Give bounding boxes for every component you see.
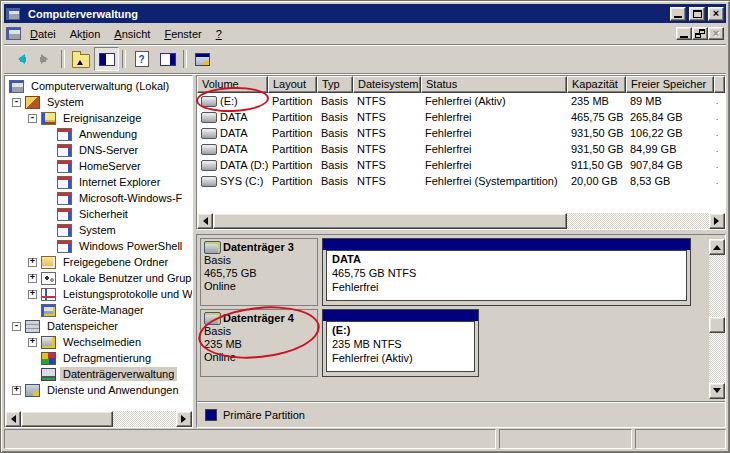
tree-item[interactable]: DNS-Server (5, 142, 192, 158)
tree-item-label: Lokale Benutzer und Grup (60, 271, 193, 285)
scroll-left-button[interactable] (197, 213, 213, 229)
disk-vertical-scrollbar[interactable] (709, 239, 725, 399)
tree-indent (9, 230, 57, 231)
scroll-down-button[interactable] (709, 383, 725, 399)
menu-item[interactable]: ? (209, 26, 229, 42)
menu-item[interactable]: Datei (23, 26, 63, 42)
column-header-volume[interactable]: Volume (197, 76, 268, 93)
column-header-layout[interactable]: Layout (268, 76, 317, 93)
disk-info-box[interactable]: Datenträger 4 Basis 235 MB Online (200, 309, 318, 377)
scroll-thumb[interactable] (709, 317, 725, 333)
volume-row[interactable]: SYS (C:) Partition Basis NTFS Fehlerfrei… (197, 173, 725, 189)
drive-icon (201, 144, 217, 155)
disk-graphical-pane: Datenträger 3 Basis 465,75 GB Online DAT… (196, 234, 726, 428)
close-button[interactable]: × (708, 7, 724, 21)
tree-item[interactable]: + Dienste und Anwendungen (5, 382, 192, 398)
minimize-button[interactable] (670, 7, 686, 21)
drive-icon (201, 160, 217, 171)
tree-item[interactable]: Anwendung (5, 126, 192, 142)
scroll-right-button[interactable] (709, 213, 725, 229)
tree-item[interactable]: Defragmentierung (5, 350, 192, 366)
disk-info-box[interactable]: Datenträger 3 Basis 465,75 GB Online (200, 238, 318, 306)
scroll-thumb[interactable] (213, 213, 567, 229)
tree-item-icon (41, 256, 56, 269)
scroll-thumb[interactable] (21, 411, 113, 427)
freier-speicher-cell: 89 MB (626, 95, 714, 107)
expand-toggle[interactable]: - (28, 114, 37, 123)
menu-item[interactable]: Aktion (63, 26, 108, 42)
drive-icon (201, 128, 217, 139)
tree-item[interactable]: + Leistungsprotokolle und W (5, 286, 192, 302)
tree-item-icon (41, 272, 56, 285)
forward-button[interactable] (33, 47, 58, 71)
tree-indent (9, 166, 57, 167)
tree-indent (9, 294, 28, 295)
partition-box[interactable]: DATA 465,75 GB NTFS Fehlerfrei (322, 238, 691, 306)
tree-item[interactable]: + Lokale Benutzer und Grup (5, 270, 192, 286)
volume-row[interactable]: (E:) Partition Basis NTFS Fehlerfrei (Ak… (197, 93, 725, 109)
title-bar[interactable]: Computerverwaltung × (4, 4, 726, 23)
scroll-up-button[interactable] (709, 239, 725, 255)
back-button[interactable] (7, 47, 32, 71)
list-horizontal-scrollbar[interactable] (197, 213, 725, 229)
tree-item-label: Sicherheit (76, 207, 131, 221)
tree-item[interactable]: Windows PowerShell (5, 238, 192, 254)
tree-indent (9, 134, 57, 135)
typ-cell: Basis (317, 143, 353, 155)
tree-horizontal-scrollbar[interactable] (5, 411, 192, 427)
menu-item[interactable]: Fenster (157, 26, 208, 42)
tree-item-label: Datenspeicher (44, 319, 121, 333)
volume-row[interactable]: DATA (D:) Partition Basis NTFS Fehlerfre… (197, 157, 725, 173)
column-header-clipped[interactable] (714, 76, 725, 93)
mdi-close-button-disabled[interactable]: × (708, 27, 724, 40)
show-action-pane-button[interactable] (155, 47, 180, 71)
show-console-tree-button[interactable] (94, 47, 119, 71)
column-header-freier-speicher[interactable]: Freier Speicher (626, 76, 714, 93)
tree-item[interactable]: - Ereignisanzeige (5, 110, 192, 126)
disk-size: 235 MB (204, 338, 317, 351)
expand-toggle[interactable]: + (28, 338, 37, 347)
column-header-status[interactable]: Status (421, 76, 567, 93)
up-one-level-button[interactable] (68, 47, 93, 71)
tree-item[interactable]: Internet Explorer (5, 174, 192, 190)
tree-item[interactable]: Computerverwaltung (Lokal) (5, 78, 192, 94)
partition-box[interactable]: (E:) 235 MB NTFS Fehlerfrei (Aktiv) (322, 309, 479, 377)
volume-row[interactable]: DATA Partition Basis NTFS Fehlerfrei 931… (197, 125, 725, 141)
console-options-button[interactable] (190, 47, 215, 71)
tree-item[interactable]: - System (5, 94, 192, 110)
volume-row[interactable]: DATA Partition Basis NTFS Fehlerfrei 465… (197, 109, 725, 125)
clipped-cell: . (714, 97, 725, 106)
column-header-dateisystem[interactable]: Dateisystem (353, 76, 421, 93)
expand-toggle[interactable]: - (12, 322, 21, 331)
tree-item[interactable]: Sicherheit (5, 206, 192, 222)
expand-toggle[interactable]: + (28, 258, 37, 267)
column-header-kapazitaet[interactable]: Kapazität (567, 76, 626, 93)
mdi-minimize-button[interactable] (676, 27, 692, 40)
drive-icon (201, 176, 217, 187)
tree-item[interactable]: Datenträgerverwaltung (5, 366, 192, 382)
scroll-left-button[interactable] (5, 411, 21, 427)
column-header-typ[interactable]: Typ (317, 76, 353, 93)
help-button[interactable]: ? (129, 47, 154, 71)
expand-toggle[interactable]: + (28, 274, 37, 283)
volume-row[interactable]: DATA Partition Basis NTFS Fehlerfrei 931… (197, 141, 725, 157)
tree-item[interactable]: HomeServer (5, 158, 192, 174)
status-cell: Fehlerfrei (421, 159, 567, 171)
tree-item[interactable]: - Datenspeicher (5, 318, 192, 334)
expand-toggle[interactable]: + (28, 290, 37, 299)
tree-item[interactable]: + Freigegebene Ordner (5, 254, 192, 270)
freier-speicher-cell: 265,84 GB (626, 111, 714, 123)
expand-toggle[interactable]: - (12, 98, 21, 107)
tree-item[interactable]: System (5, 222, 192, 238)
tree-item[interactable]: + Wechselmedien (5, 334, 192, 350)
menu-item[interactable]: Ansicht (107, 26, 157, 42)
expand-toggle[interactable]: + (12, 386, 21, 395)
tree-item-label: Anwendung (76, 127, 140, 141)
scroll-right-button[interactable] (176, 411, 192, 427)
tree-item[interactable]: Microsoft-Windows-F (5, 190, 192, 206)
maximize-button[interactable] (689, 7, 705, 21)
console-child-icon (6, 27, 21, 40)
volume-cell: DATA (197, 143, 268, 155)
mdi-restore-button[interactable] (692, 27, 708, 40)
tree-item[interactable]: Geräte-Manager (5, 302, 192, 318)
